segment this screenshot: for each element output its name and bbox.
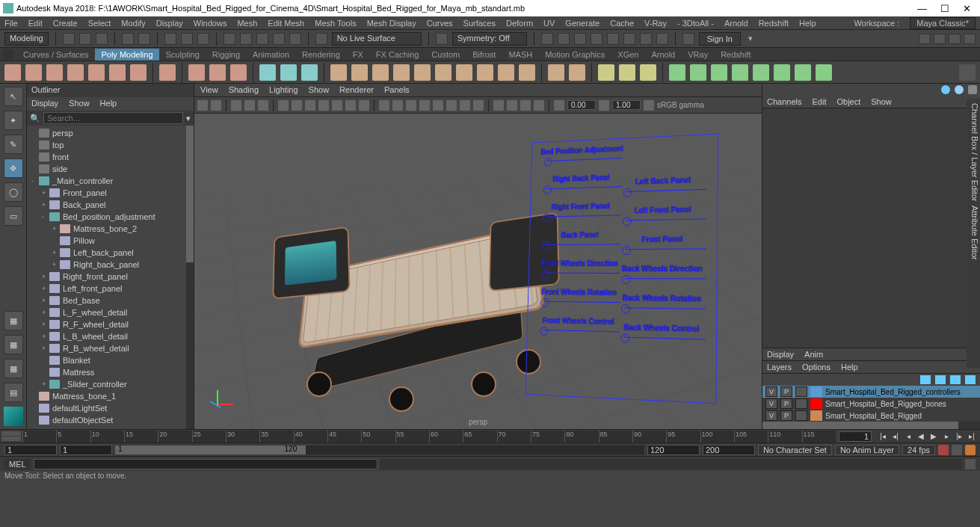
rig-slider[interactable]: Back Wheels Rotation — [617, 294, 707, 312]
append-icon[interactable] — [477, 64, 493, 81]
live-surface-icon[interactable] — [315, 33, 327, 45]
outliner-item[interactable]: front — [27, 151, 194, 163]
cb-tab-show[interactable]: Show — [871, 97, 892, 106]
vp-colorspace[interactable]: sRGB gamma — [657, 101, 704, 109]
set-key-icon[interactable] — [965, 445, 976, 455]
combine-icon[interactable] — [330, 64, 347, 81]
save-scene-icon[interactable] — [96, 33, 108, 45]
vp-shaded-icon[interactable] — [392, 100, 403, 111]
vp-menu-shading[interactable]: Shading — [229, 85, 259, 95]
range-in-field[interactable]: 1 — [60, 445, 112, 455]
crease-icon[interactable] — [690, 64, 706, 81]
rotate-tool[interactable]: ◯ — [4, 182, 23, 202]
shelftab-sculpt[interactable]: Sculpting — [160, 49, 206, 61]
vp-ao-icon[interactable] — [446, 100, 457, 111]
remesh-icon[interactable] — [732, 64, 748, 81]
open-scene-icon[interactable] — [79, 33, 91, 45]
current-frame-field[interactable]: 1 — [839, 431, 872, 442]
vp-bookmark-icon[interactable] — [211, 100, 221, 111]
vp-res-gate-icon[interactable] — [305, 100, 315, 111]
target-weld-icon[interactable] — [619, 64, 635, 81]
shelf-popup-icon[interactable] — [3, 49, 13, 60]
cb-tab-object[interactable]: Object — [836, 97, 860, 106]
outliner-item[interactable]: +Front_panel — [27, 187, 194, 199]
layer-tab-anim[interactable]: Anim — [804, 350, 823, 359]
poly-cylinder-icon[interactable] — [46, 64, 63, 81]
outliner-menu-show[interactable]: Show — [69, 99, 90, 109]
outliner-toggle-icon[interactable]: ▤ — [4, 383, 23, 402]
vp-field-chart-icon[interactable] — [332, 100, 342, 111]
menu-meshdisplay[interactable]: Mesh Display — [367, 19, 416, 28]
outliner-item[interactable]: +R_F_wheel_detail — [27, 318, 194, 330]
outliner-menu-help[interactable]: Help — [100, 99, 117, 109]
outliner-item[interactable]: +Right_back_panel — [27, 259, 194, 271]
fps-dropdown[interactable]: 24 fps — [902, 445, 935, 455]
live-surface-field[interactable]: No Live Surface — [332, 32, 422, 46]
snap-plane-icon[interactable] — [273, 33, 285, 45]
poly-torus-icon[interactable] — [88, 64, 105, 81]
svg-icon[interactable] — [230, 64, 247, 81]
outliner-item[interactable]: -Bed_position_adjustment — [27, 211, 194, 223]
connect-icon[interactable] — [640, 64, 656, 81]
menu-display[interactable]: Display — [156, 19, 183, 28]
outliner-item[interactable]: +Mattress_bone_2 — [27, 223, 194, 235]
vp-menu-show[interactable]: Show — [309, 85, 330, 95]
toggle-ui-2-icon[interactable] — [949, 34, 961, 44]
poly-cube-icon[interactable] — [25, 64, 42, 81]
rig-slider[interactable]: Right Front Panel — [539, 202, 623, 221]
reduce-icon[interactable] — [519, 64, 535, 81]
menu-mesh[interactable]: Mesh — [237, 19, 257, 28]
vp-safe-action-icon[interactable] — [345, 100, 356, 111]
play-forward-button[interactable]: ▶ — [928, 431, 939, 442]
triangulate-icon[interactable] — [774, 64, 790, 81]
sym-icon[interactable] — [280, 64, 297, 81]
cmd-input[interactable] — [34, 459, 377, 469]
undo-icon[interactable] — [122, 33, 134, 45]
sculpt-icon[interactable] — [711, 64, 727, 81]
vp-xray-comp-icon[interactable] — [534, 100, 544, 111]
outliner-item[interactable]: persp — [27, 127, 194, 139]
outliner-item[interactable]: Mattress_bone_1 — [27, 390, 194, 402]
menu-arnold[interactable]: Arnold — [724, 19, 748, 28]
extrude-icon[interactable] — [393, 64, 410, 81]
shelftab-curves[interactable]: Curves / Surfaces — [17, 49, 94, 61]
mirror-cut-icon[interactable] — [569, 64, 585, 81]
shelftab-fx[interactable]: FX — [347, 49, 369, 61]
outliner-item[interactable]: Blanket — [27, 354, 194, 366]
select-object-icon[interactable] — [181, 33, 193, 45]
history-icon[interactable] — [541, 33, 553, 45]
vp-aa-icon[interactable] — [473, 100, 484, 111]
quadrangulate-icon[interactable] — [795, 64, 811, 81]
redo-icon[interactable] — [138, 33, 150, 45]
close-button[interactable]: ✕ — [963, 3, 971, 14]
layer-row[interactable]: VPSmart_Hospital_Bed_Rigged_controllers — [762, 386, 980, 398]
scale-tool[interactable]: ▭ — [4, 206, 23, 226]
scene-object-bed[interactable] — [254, 215, 553, 401]
shelftab-poly[interactable]: Poly Modeling — [95, 49, 158, 61]
vp-textured-icon[interactable] — [406, 100, 416, 111]
character-set-dropdown[interactable]: No Character Set — [758, 445, 832, 455]
outliner-menu-display[interactable]: Display — [31, 99, 58, 109]
rig-slider[interactable]: Back Wheels Control — [616, 323, 706, 343]
layer-move-down-icon[interactable] — [935, 375, 946, 384]
layer-new-empty-icon[interactable] — [950, 375, 961, 384]
cb-tab-edit[interactable]: Edit — [812, 97, 826, 106]
toggle-ui-3-icon[interactable] — [964, 34, 976, 44]
outliner-item[interactable]: top — [27, 139, 194, 151]
move-tool[interactable]: ✥ — [4, 158, 23, 178]
layer-new-selected-icon[interactable] — [965, 375, 976, 384]
shelftab-arnold[interactable]: Arnold — [645, 49, 681, 61]
outliner-item[interactable]: defaultObjectSet — [27, 414, 194, 426]
bevel-icon[interactable] — [414, 64, 431, 81]
step-back-button[interactable]: ◂ — [903, 431, 913, 442]
separate-icon[interactable] — [351, 64, 368, 81]
menu-editmesh[interactable]: Edit Mesh — [268, 19, 304, 28]
layer-menu-help[interactable]: Help — [841, 363, 858, 372]
vp-xray-icon[interactable] — [507, 100, 517, 111]
outliner-item[interactable]: +_Slider_controller — [27, 378, 194, 390]
outliner-item[interactable]: +L_B_wheel_detail — [27, 330, 194, 342]
vp-gate-mask-icon[interactable] — [318, 100, 329, 111]
layers-hscroll[interactable] — [762, 422, 980, 429]
retopo-icon[interactable] — [753, 64, 769, 81]
mirror-icon[interactable] — [548, 64, 564, 81]
